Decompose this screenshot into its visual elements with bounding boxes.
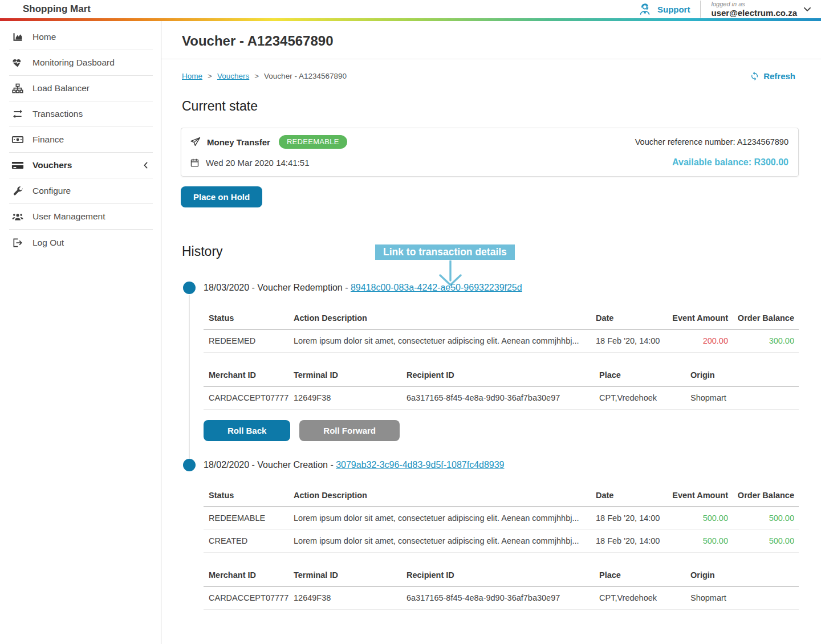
sidebar-item-label: Transactions <box>32 109 83 119</box>
sidebar-item-configure[interactable]: Configure <box>9 178 153 204</box>
column-header-recipient-id: Recipient ID <box>402 365 595 386</box>
breadcrumb-separator: > <box>208 72 212 80</box>
recipient-id: 6a317165-8f45-4e8a-9d90-36af7ba30e97 <box>402 386 595 410</box>
column-header-date: Date <box>591 308 665 329</box>
event-status: REDEEMABLE <box>204 507 289 530</box>
refresh-button[interactable]: Refresh <box>746 71 799 81</box>
event-table-header-row: Status Action Description Date Event Amo… <box>204 486 799 507</box>
event-description: Lorem ipsum dolor sit amet, consectetuer… <box>289 329 591 353</box>
recipient-id: 6a317165-8f45-4e8a-9d90-36af7ba30e97 <box>402 586 595 610</box>
merchant-id: CARDACCEPT07777 <box>204 586 289 610</box>
user-menu[interactable]: logged in as user@electrum.co.za <box>711 1 813 18</box>
sidebar-item-label: Monitoring Dasboard <box>32 58 115 68</box>
sidebar-item-label: Load Balancer <box>32 83 90 93</box>
voucher-reference: Voucher reference number: A1234567890 <box>635 137 789 146</box>
history-entry-title-text: 18/03/2020 - Voucher Redemption - <box>204 283 351 292</box>
sidebar-item-label: Finance <box>32 134 64 145</box>
history-entry-title: 18/03/2020 - Voucher Redemption - 89418c… <box>204 281 799 295</box>
voucher-timestamp: Wed 20 Mar 2020 14:41:51 <box>206 158 310 168</box>
status-badge: REDEEMABLE <box>279 135 347 149</box>
logged-in-as-label: logged in as <box>711 1 797 8</box>
users-icon <box>11 210 24 223</box>
event-table-header-row: Status Action Description Date Event Amo… <box>204 308 799 329</box>
app-brand: Shopping Mart <box>23 3 91 15</box>
exchange-arrows-icon <box>11 108 24 120</box>
sidebar-item-vouchers[interactable]: Vouchers <box>9 153 153 178</box>
event-amount: 500.00 <box>665 530 733 553</box>
column-header-event-amount: Event Amount <box>665 486 733 507</box>
entry-actions: Roll Back Roll Forward <box>204 420 799 441</box>
history-entry: 18/03/2020 - Voucher Redemption - 89418c… <box>182 281 799 441</box>
column-header-merchant-id: Merchant ID <box>204 365 289 386</box>
sidebar-item-user-management[interactable]: User Management <box>9 204 153 230</box>
toolbar-row: Home > Vouchers > Voucher - A1234567890 … <box>161 59 821 81</box>
calendar-icon <box>190 158 200 168</box>
history-entry-title: 18/02/2020 - Voucher Creation - 3079ab32… <box>204 458 799 472</box>
event-amount: 200.00 <box>665 329 733 353</box>
sidebar-item-home[interactable]: Home <box>9 25 153 50</box>
sidebar-nav: Home Monitoring Dasboard <box>9 25 153 255</box>
column-header-place: Place <box>595 365 686 386</box>
breadcrumb-vouchers-link[interactable]: Vouchers <box>217 72 249 80</box>
sidebar-item-transactions[interactable]: Transactions <box>9 101 153 127</box>
area-chart-icon <box>11 31 24 43</box>
credit-card-icon <box>11 159 24 172</box>
header-divider <box>700 1 701 18</box>
column-header-terminal-id: Terminal ID <box>289 365 402 386</box>
support-label: Support <box>657 5 690 14</box>
transaction-details-link[interactable]: 3079ab32-3c96-4d83-9d5f-1087fc4d8939 <box>336 460 504 470</box>
sidebar-item-load-balancer[interactable]: Load Balancer <box>9 76 153 101</box>
breadcrumb-current: Voucher - A1234567890 <box>264 72 347 80</box>
event-date: 18 Feb '20, 14:00 <box>591 530 665 553</box>
event-row: REDEEMED Lorem ipsum dolor sit amet, con… <box>204 329 799 353</box>
detail-table: Merchant ID Terminal ID Recipient ID Pla… <box>204 365 799 410</box>
event-table: Status Action Description Date Event Amo… <box>204 486 799 553</box>
sign-out-icon <box>11 237 24 249</box>
transaction-details-link[interactable]: 89418c00-083a-4242-ae50-96932239f25d <box>351 283 522 292</box>
login-info: logged in as user@electrum.co.za <box>711 1 797 18</box>
wrench-icon <box>11 185 24 197</box>
sidebar-item-label: Vouchers <box>32 160 72 170</box>
breadcrumb: Home > Vouchers > Voucher - A1234567890 <box>182 72 347 80</box>
roll-back-button[interactable]: Roll Back <box>204 420 290 441</box>
refresh-icon <box>750 71 759 81</box>
support-button[interactable]: Support <box>638 2 690 16</box>
sidebar-item-label: Home <box>32 32 56 42</box>
sidebar-item-label: Configure <box>32 186 71 196</box>
detail-table-header-row: Merchant ID Terminal ID Recipient ID Pla… <box>204 365 799 386</box>
sidebar-item-finance[interactable]: Finance <box>9 127 153 153</box>
place: CPT,Vredehoek <box>595 586 686 610</box>
origin: Shopmart <box>686 586 799 610</box>
voucher-type-label: Money Transfer <box>207 137 270 147</box>
column-header-order-balance: Order Balance <box>733 308 799 329</box>
place-on-hold-button[interactable]: Place on Hold <box>181 186 262 207</box>
transaction-link-tooltip: Link to transaction details <box>375 244 515 260</box>
order-balance: 300.00 <box>733 329 799 353</box>
page-title-bar: Voucher - A1234567890 <box>161 21 821 59</box>
breadcrumb-home-link[interactable]: Home <box>182 72 202 80</box>
timeline-dot <box>183 282 196 294</box>
timeline-dot <box>183 459 196 471</box>
sidebar-item-label: Log Out <box>32 238 64 248</box>
column-header-origin: Origin <box>686 365 799 386</box>
event-table: Status Action Description Date Event Amo… <box>204 308 799 353</box>
history-timeline: 18/03/2020 - Voucher Redemption - 89418c… <box>182 281 799 610</box>
roll-forward-button[interactable]: Roll Forward <box>299 420 400 441</box>
column-header-merchant-id: Merchant ID <box>204 565 289 586</box>
chevron-left-icon[interactable] <box>141 161 151 170</box>
column-header-terminal-id: Terminal ID <box>289 565 402 586</box>
paper-plane-icon <box>190 137 201 148</box>
main-content: Voucher - A1234567890 Home > Vouchers > … <box>161 21 821 644</box>
order-balance: 500.00 <box>733 507 799 530</box>
state-row-top: Money Transfer REDEEMABLE Voucher refere… <box>190 135 789 149</box>
detail-row: CARDACCEPT07777 12649F38 6a317165-8f45-4… <box>204 586 799 610</box>
detail-table: Merchant ID Terminal ID Recipient ID Pla… <box>204 565 799 610</box>
sidebar-item-monitoring-dashboard[interactable]: Monitoring Dasboard <box>9 50 153 76</box>
sidebar-item-log-out[interactable]: Log Out <box>9 230 153 255</box>
column-header-status: Status <box>204 308 289 329</box>
sidebar: Home Monitoring Dasboard <box>0 21 161 644</box>
chevron-down-icon[interactable] <box>802 3 813 15</box>
column-header-action-description: Action Description <box>289 486 591 507</box>
money-bill-icon <box>11 133 24 146</box>
refresh-label: Refresh <box>763 71 795 81</box>
